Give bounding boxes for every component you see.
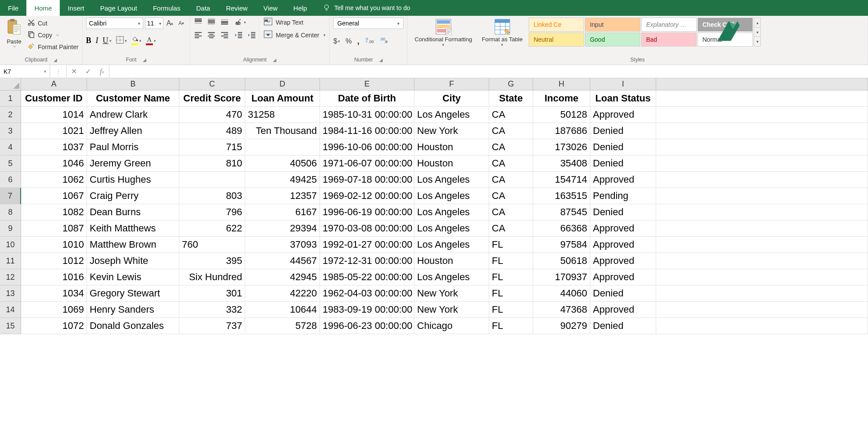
increase-decimal-button[interactable]: .0.00 <box>365 36 374 46</box>
data-cell[interactable]: CA <box>489 107 533 123</box>
data-cell[interactable]: 49425 <box>245 172 320 188</box>
data-cell[interactable]: 301 <box>179 285 245 302</box>
data-cell[interactable]: Jeffrey Allen <box>87 123 179 139</box>
data-cell[interactable]: 66368 <box>533 220 590 237</box>
column-header[interactable] <box>656 78 868 90</box>
data-cell[interactable]: 47368 <box>533 302 590 318</box>
header-cell[interactable]: City <box>414 90 489 107</box>
data-cell[interactable] <box>656 139 868 155</box>
data-cell[interactable]: 40506 <box>245 155 320 172</box>
data-cell[interactable]: Approved <box>590 220 656 237</box>
data-cell[interactable]: 760 <box>179 237 245 253</box>
data-cell[interactable]: 1010 <box>21 237 87 253</box>
number-format-select[interactable]: General▾ <box>333 18 403 29</box>
data-cell[interactable]: Los Angeles <box>414 237 489 253</box>
increase-indent-button[interactable] <box>247 31 256 40</box>
merge-center-button[interactable]: a Merge & Center ▾ <box>264 30 326 40</box>
accounting-format-button[interactable]: $▾ <box>333 37 340 45</box>
data-cell[interactable]: 35408 <box>533 155 590 172</box>
data-cell[interactable]: Los Angeles <box>414 172 489 188</box>
data-cell[interactable]: 154714 <box>533 172 590 188</box>
style-cell-linked-ce[interactable]: Linked Ce <box>529 18 584 32</box>
data-cell[interactable]: FL <box>489 302 533 318</box>
comma-button[interactable]: , <box>357 36 360 46</box>
borders-button[interactable]: ▾ <box>116 36 127 45</box>
drag-handle-icon[interactable]: ⋮ <box>55 68 62 75</box>
data-cell[interactable]: 173026 <box>533 139 590 155</box>
data-cell[interactable]: Denied <box>590 139 656 155</box>
column-header[interactable]: G <box>489 78 533 90</box>
data-cell[interactable]: 1985-05-22 00:00:00 <box>320 269 414 285</box>
data-cell[interactable]: 1069 <box>21 302 87 318</box>
data-cell[interactable]: 1985-10-31 00:00:00 <box>320 107 414 123</box>
data-cell[interactable]: 1037 <box>21 139 87 155</box>
align-top-button[interactable] <box>194 18 203 27</box>
data-cell[interactable]: FL <box>489 237 533 253</box>
data-cell[interactable] <box>656 188 868 204</box>
data-cell[interactable]: 1062 <box>21 172 87 188</box>
confirm-button[interactable]: ✓ <box>81 67 95 76</box>
data-cell[interactable]: CA <box>489 220 533 237</box>
data-cell[interactable] <box>656 220 868 237</box>
data-cell[interactable]: Keith Matthews <box>87 220 179 237</box>
data-cell[interactable]: Approved <box>590 253 656 269</box>
data-cell[interactable]: 1969-07-18 00:00:00 <box>320 172 414 188</box>
data-cell[interactable]: CA <box>489 123 533 139</box>
spreadsheet-grid[interactable]: ABCDEFGHI1Customer IDCustomer NameCredit… <box>0 78 868 334</box>
column-header[interactable]: A <box>21 78 87 90</box>
data-cell[interactable]: 1072 <box>21 318 87 334</box>
data-cell[interactable]: 90279 <box>533 318 590 334</box>
header-cell[interactable]: Customer ID <box>21 90 87 107</box>
menu-tab-formulas[interactable]: Formulas <box>145 0 189 16</box>
data-cell[interactable]: Paul Morris <box>87 139 179 155</box>
row-header[interactable]: 6 <box>0 172 21 188</box>
data-cell[interactable] <box>656 237 868 253</box>
row-header[interactable]: 9 <box>0 220 21 237</box>
menu-tab-home[interactable]: Home <box>26 0 60 16</box>
align-left-button[interactable] <box>194 31 203 40</box>
data-cell[interactable]: Approved <box>590 269 656 285</box>
data-cell[interactable]: 44060 <box>533 285 590 302</box>
data-cell[interactable]: 10644 <box>245 302 320 318</box>
data-cell[interactable]: 1046 <box>21 155 87 172</box>
format-painter-button[interactable]: Format Painter <box>27 42 79 51</box>
header-cell[interactable]: Credit Score <box>179 90 245 107</box>
column-header[interactable]: I <box>590 78 656 90</box>
cell-styles-gallery[interactable]: Linked CeInputExplanatory …Check CellNeu… <box>529 18 753 47</box>
align-center-button[interactable] <box>207 31 216 40</box>
row-header[interactable]: 1 <box>0 90 21 107</box>
row-header[interactable]: 11 <box>0 253 21 269</box>
name-box[interactable]: K7▾ <box>0 65 50 78</box>
style-cell-bad[interactable]: Bad <box>641 32 697 47</box>
column-header[interactable]: B <box>87 78 179 90</box>
data-cell[interactable]: New York <box>414 123 489 139</box>
data-cell[interactable]: 170937 <box>533 269 590 285</box>
data-cell[interactable]: Matthew Brown <box>87 237 179 253</box>
data-cell[interactable] <box>656 155 868 172</box>
data-cell[interactable]: FL <box>489 318 533 334</box>
data-cell[interactable]: 1021 <box>21 123 87 139</box>
row-header[interactable]: 2 <box>0 107 21 123</box>
bold-button[interactable]: B <box>86 36 91 45</box>
column-header[interactable]: E <box>320 78 414 90</box>
row-header[interactable]: 13 <box>0 285 21 302</box>
data-cell[interactable]: 87545 <box>533 204 590 220</box>
data-cell[interactable]: Kevin Lewis <box>87 269 179 285</box>
data-cell[interactable]: 715 <box>179 139 245 155</box>
column-header[interactable]: F <box>414 78 489 90</box>
data-cell[interactable] <box>656 107 868 123</box>
data-cell[interactable]: 6167 <box>245 204 320 220</box>
data-cell[interactable]: Los Angeles <box>414 220 489 237</box>
dialog-launcher-icon[interactable]: ◢ <box>273 58 276 62</box>
header-cell[interactable]: Loan Status <box>590 90 656 107</box>
data-cell[interactable]: 44567 <box>245 253 320 269</box>
header-cell[interactable]: State <box>489 90 533 107</box>
data-cell[interactable]: 1983-09-19 00:00:00 <box>320 302 414 318</box>
menu-tab-review[interactable]: Review <box>218 0 255 16</box>
align-middle-button[interactable] <box>207 18 216 27</box>
data-cell[interactable]: 737 <box>179 318 245 334</box>
data-cell[interactable]: Approved <box>590 172 656 188</box>
data-cell[interactable]: 1992-01-27 00:00:00 <box>320 237 414 253</box>
data-cell[interactable] <box>656 123 868 139</box>
data-cell[interactable] <box>656 269 868 285</box>
